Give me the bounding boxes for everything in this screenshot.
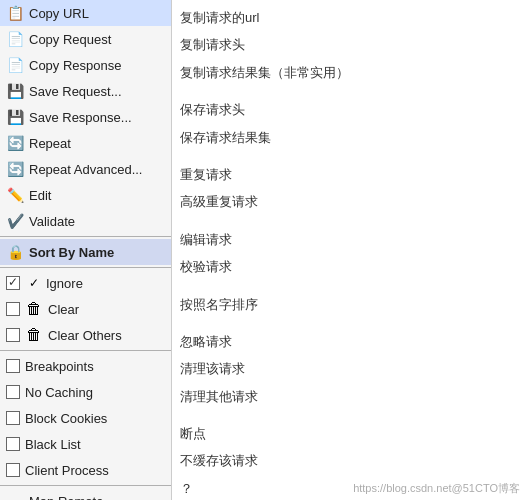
ignore-label: Ignore — [46, 276, 83, 291]
ignore-check-icon: ✓ — [25, 274, 43, 292]
desc-ignore: 忽略请求 — [180, 328, 520, 355]
menu-item-copy-request[interactable]: 📄 Copy Request — [0, 26, 171, 52]
copy-url-icon: 📋 — [6, 4, 24, 22]
desc-breakpoints: 断点 — [180, 420, 520, 447]
menu-item-map-remote[interactable]: Map Remote... — [0, 488, 171, 500]
no-caching-checkbox[interactable] — [6, 385, 20, 399]
menu-item-breakpoints[interactable]: Breakpoints — [0, 353, 171, 379]
menu-item-no-caching[interactable]: No Caching — [0, 379, 171, 405]
copy-url-label: Copy URL — [29, 6, 89, 21]
save-response-label: Save Response... — [29, 110, 132, 125]
desc-copy-response: 复制请求结果集（非常实用） — [180, 59, 520, 86]
repeat-advanced-label: Repeat Advanced... — [29, 162, 142, 177]
block-cookies-label: Block Cookies — [25, 411, 107, 426]
edit-icon: ✏️ — [6, 186, 24, 204]
desc-edit: 编辑请求 — [180, 226, 520, 253]
client-process-label: Client Process — [25, 463, 109, 478]
breakpoints-checkbox[interactable] — [6, 359, 20, 373]
divider-1 — [0, 236, 171, 237]
menu-item-edit[interactable]: ✏️ Edit — [0, 182, 171, 208]
menu-item-clear[interactable]: 🗑 Clear — [0, 296, 171, 322]
sort-icon: 🔒 — [6, 243, 24, 261]
clear-icon: 🗑 — [25, 300, 43, 318]
desc-group-6: 忽略请求 清理该请求 清理其他请求 — [180, 328, 520, 410]
save-request-label: Save Request... — [29, 84, 122, 99]
menu-item-copy-response[interactable]: 📄 Copy Response — [0, 52, 171, 78]
left-menu-panel: 📋 Copy URL 📄 Copy Request 📄 Copy Respons… — [0, 0, 172, 500]
desc-group-3: 重复请求 高级重复请求 — [180, 161, 520, 216]
desc-no-caching: 不缓存该请求 — [180, 447, 520, 474]
menu-item-save-request[interactable]: 💾 Save Request... — [0, 78, 171, 104]
repeat-label: Repeat — [29, 136, 71, 151]
menu-item-validate[interactable]: ✔️ Validate — [0, 208, 171, 234]
save-response-icon: 💾 — [6, 108, 24, 126]
menu-item-clear-others[interactable]: 🗑 Clear Others — [0, 322, 171, 348]
desc-clear-others: 清理其他请求 — [180, 383, 520, 410]
clear-others-label: Clear Others — [48, 328, 122, 343]
desc-group-2: 保存请求头 保存请求结果集 — [180, 96, 520, 151]
menu-item-repeat[interactable]: 🔄 Repeat — [0, 130, 171, 156]
validate-label: Validate — [29, 214, 75, 229]
menu-item-client-process[interactable]: Client Process — [0, 457, 171, 483]
ignore-checkbox[interactable] — [6, 276, 20, 290]
copy-response-label: Copy Response — [29, 58, 122, 73]
breakpoints-label: Breakpoints — [25, 359, 94, 374]
edit-label: Edit — [29, 188, 51, 203]
validate-icon: ✔️ — [6, 212, 24, 230]
clear-others-icon: 🗑 — [25, 326, 43, 344]
clear-label: Clear — [48, 302, 79, 317]
black-list-checkbox[interactable] — [6, 437, 20, 451]
menu-item-repeat-advanced[interactable]: 🔄 Repeat Advanced... — [0, 156, 171, 182]
desc-group-4: 编辑请求 校验请求 — [180, 226, 520, 281]
clear-checkbox[interactable] — [6, 302, 20, 316]
desc-copy-request: 复制请求头 — [180, 31, 520, 58]
right-description-panel: 复制请求的url 复制请求头 复制请求结果集（非常实用） 保存请求头 保存请求结… — [172, 0, 528, 500]
black-list-label: Black List — [25, 437, 81, 452]
menu-item-sort-by-name[interactable]: 🔒 Sort By Name — [0, 239, 171, 265]
map-remote-label: Map Remote... — [29, 494, 114, 501]
desc-repeat-advanced: 高级重复请求 — [180, 188, 520, 215]
no-caching-label: No Caching — [25, 385, 93, 400]
divider-4 — [0, 485, 171, 486]
menu-item-save-response[interactable]: 💾 Save Response... — [0, 104, 171, 130]
save-request-icon: 💾 — [6, 82, 24, 100]
repeat-advanced-icon: 🔄 — [6, 160, 24, 178]
copy-request-label: Copy Request — [29, 32, 111, 47]
desc-save-response: 保存请求结果集 — [180, 124, 520, 151]
divider-2 — [0, 267, 171, 268]
sort-by-name-label: Sort By Name — [29, 245, 114, 260]
desc-group-1: 复制请求的url 复制请求头 复制请求结果集（非常实用） — [180, 4, 520, 86]
repeat-icon: 🔄 — [6, 134, 24, 152]
desc-sort-by-name: 按照名字排序 — [180, 291, 520, 318]
desc-repeat: 重复请求 — [180, 161, 520, 188]
desc-validate: 校验请求 — [180, 253, 520, 280]
menu-item-ignore[interactable]: ✓ Ignore — [0, 270, 171, 296]
menu-item-block-cookies[interactable]: Block Cookies — [0, 405, 171, 431]
watermark: https://blog.csdn.net@51CTO博客 — [353, 481, 520, 496]
menu-item-copy-url[interactable]: 📋 Copy URL — [0, 0, 171, 26]
menu-item-black-list[interactable]: Black List — [0, 431, 171, 457]
desc-clear: 清理该请求 — [180, 355, 520, 382]
desc-copy-url: 复制请求的url — [180, 4, 520, 31]
desc-group-5: 按照名字排序 — [180, 291, 520, 318]
clear-others-checkbox[interactable] — [6, 328, 20, 342]
block-cookies-checkbox[interactable] — [6, 411, 20, 425]
desc-save-request: 保存请求头 — [180, 96, 520, 123]
client-process-checkbox[interactable] — [6, 463, 20, 477]
copy-request-icon: 📄 — [6, 30, 24, 48]
copy-response-icon: 📄 — [6, 56, 24, 74]
divider-3 — [0, 350, 171, 351]
